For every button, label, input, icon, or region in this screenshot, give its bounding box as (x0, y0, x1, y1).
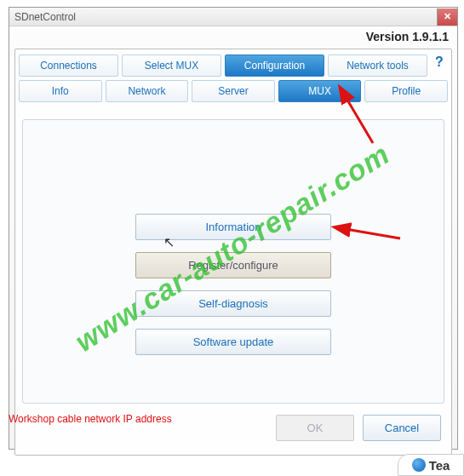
cancel-button[interactable]: Cancel (363, 415, 441, 441)
window-title: SDnetControl (14, 11, 76, 23)
teamviewer-label: Tea (429, 458, 450, 473)
primary-tabs: Connections Select MUX Configuration Net… (15, 49, 451, 77)
tab-network-tools[interactable]: Network tools (328, 54, 427, 77)
self-diagnosis-button[interactable]: Self-diagnosis (135, 290, 331, 317)
tab-info[interactable]: Info (19, 80, 102, 102)
content-panel: Information Register/configure Self-diag… (22, 119, 444, 404)
register-configure-button[interactable]: Register/configure (135, 252, 331, 278)
tab-mux[interactable]: MUX (278, 80, 362, 102)
dialog-buttons: OK Cancel (276, 415, 441, 441)
status-text: Workshop cable network IP address (9, 413, 172, 425)
ok-button: OK (276, 415, 354, 441)
mux-button-column: Information Register/configure Self-diag… (135, 214, 331, 367)
app-window: SDnetControl ✕ Version 1.9.1.1 Connectio… (9, 7, 458, 450)
close-button[interactable]: ✕ (437, 9, 457, 26)
software-update-button[interactable]: Software update (135, 329, 331, 355)
tab-configuration[interactable]: Configuration (225, 54, 324, 77)
information-button[interactable]: Information (135, 214, 331, 240)
tab-profile[interactable]: Profile (364, 80, 448, 102)
help-button[interactable]: ? (431, 54, 448, 77)
tab-network[interactable]: Network (106, 80, 189, 102)
secondary-tabs: Info Network Server MUX Profile (15, 77, 451, 102)
title-bar: SDnetControl ✕ (9, 8, 457, 26)
dialog-body: Connections Select MUX Configuration Net… (14, 49, 452, 456)
close-icon: ✕ (444, 11, 451, 22)
teamviewer-icon (412, 458, 426, 472)
teamviewer-badge[interactable]: Tea (398, 454, 464, 476)
tab-connections[interactable]: Connections (19, 54, 118, 77)
tab-select-mux[interactable]: Select MUX (122, 54, 221, 77)
tab-server[interactable]: Server (192, 80, 275, 102)
version-label: Version 1.9.1.1 (9, 26, 457, 47)
